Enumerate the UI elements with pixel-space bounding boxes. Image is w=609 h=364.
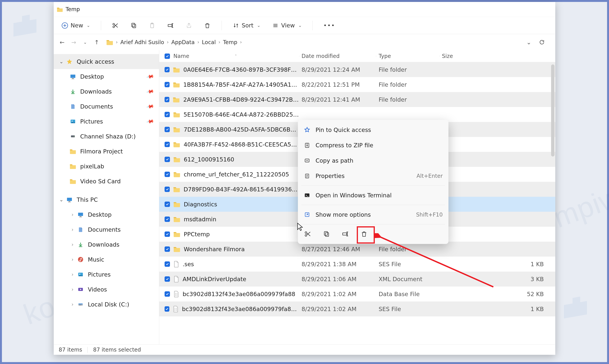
chevron-down-icon: ⌄ (59, 197, 64, 203)
col-type-label: Type (379, 53, 391, 59)
share-button[interactable] (183, 20, 195, 31)
sidebar-item[interactable]: ›Pictures (54, 267, 159, 282)
row-checkbox[interactable] (165, 261, 170, 267)
main-scrollbar[interactable] (551, 65, 555, 156)
row-checkbox[interactable] (165, 276, 170, 282)
trash-icon[interactable] (360, 230, 368, 238)
copy-button[interactable] (128, 20, 140, 31)
sidebar-item-quick-access[interactable]: ⌄ Quick access (54, 54, 159, 69)
row-checkbox[interactable] (165, 172, 170, 177)
copy-icon (130, 22, 137, 29)
dbfile-icon (173, 306, 179, 312)
sidebar-item[interactable]: ›Music (54, 252, 159, 267)
zip-icon (304, 142, 311, 149)
table-row[interactable]: 0A0E64E6-F7CB-4360-897B-3CF398F04408 8/2… (159, 62, 555, 77)
view-button[interactable]: View ⌄ (269, 20, 305, 31)
chevron-right-icon: › (219, 39, 220, 45)
ctx-copy-path[interactable]: Copy as path (298, 153, 448, 168)
sidebar-item[interactable]: ›Downloads (54, 237, 159, 252)
row-checkbox[interactable] (165, 202, 170, 207)
sidebar-item[interactable]: ›Desktop (54, 207, 159, 222)
folder-icon (106, 39, 113, 45)
table-row[interactable]: 2A9E9A51-CFBB-4D89-9224-C39472B28394 8/2… (159, 92, 555, 107)
rename-button[interactable] (164, 20, 177, 31)
separator (301, 185, 445, 186)
sidebar-item[interactable]: Video Sd Card (54, 174, 159, 189)
ctx-show-more[interactable]: Show more options Shift+F10 (298, 207, 448, 222)
sidebar-item[interactable]: ›Local Disk (C:) (54, 297, 159, 312)
desktop-icon (77, 211, 84, 219)
sidebar-item[interactable]: ›Documents (54, 222, 159, 237)
row-checkbox[interactable] (165, 142, 170, 147)
breadcrumb-item[interactable]: Temp (223, 39, 237, 45)
row-checkbox[interactable] (165, 232, 170, 237)
ctx-open-terminal[interactable]: Open in Windows Terminal (298, 188, 448, 203)
row-checkbox[interactable] (165, 97, 169, 102)
pictures-icon (77, 271, 84, 278)
sidebar-item-this-pc[interactable]: ⌄ This PC (54, 192, 159, 207)
ctx-compress-zip[interactable]: Compress to ZIP file (298, 138, 448, 153)
more-button[interactable]: ••• (321, 20, 338, 30)
chevron-down-icon: ⌄ (59, 59, 64, 65)
file-date: 8/29/2021 12:24 AM (299, 66, 376, 73)
cut-icon[interactable] (303, 230, 312, 238)
sidebar-item[interactable]: Downloads📌 (54, 84, 159, 99)
row-checkbox[interactable] (165, 291, 170, 297)
table-row[interactable]: .ses 8/29/2021 1:38 AM SES File 1 KB (159, 257, 555, 272)
breadcrumb[interactable]: › Arief Adhi Susilo › AppData › Local › … (104, 37, 521, 48)
svg-rect-70 (343, 233, 347, 235)
file-size: 3 KB (439, 276, 555, 283)
cut-button[interactable] (109, 20, 121, 31)
row-checkbox[interactable] (165, 306, 169, 312)
delete-button[interactable] (201, 20, 213, 31)
sidebar-item[interactable]: Channel Shaza (D:) (54, 129, 159, 144)
new-button[interactable]: New ⌄ (59, 20, 93, 31)
up-button[interactable]: ↑ (93, 38, 101, 46)
ctx-shortcut: Shift+F10 (416, 211, 443, 218)
table-row[interactable]: bc3902d8132f43e3ae086a009979fa88 8/29/20… (159, 286, 555, 301)
sidebar-item[interactable]: Filmora Project (54, 144, 159, 159)
ctx-pin-quick-access[interactable]: Pin to Quick access (298, 122, 448, 138)
sidebar-item[interactable]: Documents📌 (54, 99, 159, 114)
refresh-button[interactable] (538, 38, 546, 46)
row-checkbox[interactable] (165, 127, 170, 132)
folder-icon (173, 171, 180, 177)
file-name: PPCtemp (184, 231, 210, 238)
row-checkbox[interactable] (165, 157, 170, 162)
address-dropdown[interactable]: ⌄ (525, 38, 533, 46)
svg-rect-27 (69, 201, 70, 202)
paste-button[interactable] (146, 20, 158, 31)
sidebar-item[interactable]: pixelLab (54, 159, 159, 174)
row-checkbox[interactable] (165, 187, 170, 192)
select-all-checkbox[interactable] (165, 53, 170, 59)
back-button[interactable]: ← (58, 38, 66, 46)
breadcrumb-item[interactable]: Local (202, 39, 216, 45)
breadcrumb-item[interactable]: Arief Adhi Susilo (120, 39, 164, 45)
file-date: 8/29/2021 1:38 AM (299, 261, 376, 268)
rename-icon[interactable] (341, 230, 350, 238)
row-checkbox[interactable] (165, 247, 170, 252)
table-row[interactable]: AMDLinkDriverUpdate 8/29/2021 1:06 AM XM… (159, 272, 555, 286)
column-header[interactable]: Name ˄ Date modified Type Size (159, 50, 555, 62)
row-checkbox[interactable] (165, 217, 170, 222)
col-date-label: Date modified (301, 53, 339, 59)
file-type: File folder (376, 246, 439, 253)
breadcrumb-item[interactable]: AppData (171, 39, 195, 45)
folder-icon (173, 201, 180, 207)
svg-point-25 (74, 136, 74, 137)
titlebar[interactable]: Temp (54, 2, 555, 17)
row-checkbox[interactable] (165, 82, 169, 87)
sort-button[interactable]: Sort ⌄ (230, 20, 263, 31)
table-row[interactable]: 1B88154A-7B5F-42AF-A27A-14905A1E7D44 8/2… (159, 77, 555, 92)
ctx-properties[interactable]: Properties Alt+Enter (298, 168, 448, 183)
row-checkbox[interactable] (165, 112, 170, 117)
music-icon (77, 256, 84, 263)
copy-icon[interactable] (322, 230, 331, 238)
forward-button[interactable]: → (70, 38, 78, 46)
row-checkbox[interactable] (165, 67, 169, 72)
sidebar-item[interactable]: Desktop📌 (54, 69, 159, 84)
table-row[interactable]: bc3902d8132f43e3ae086a009979fa88.db.ses … (159, 301, 555, 316)
sidebar-item[interactable]: ›Videos (54, 282, 159, 297)
sidebar-item[interactable]: Pictures📌 (54, 114, 159, 129)
recent-button[interactable]: ⌄ (81, 38, 89, 46)
